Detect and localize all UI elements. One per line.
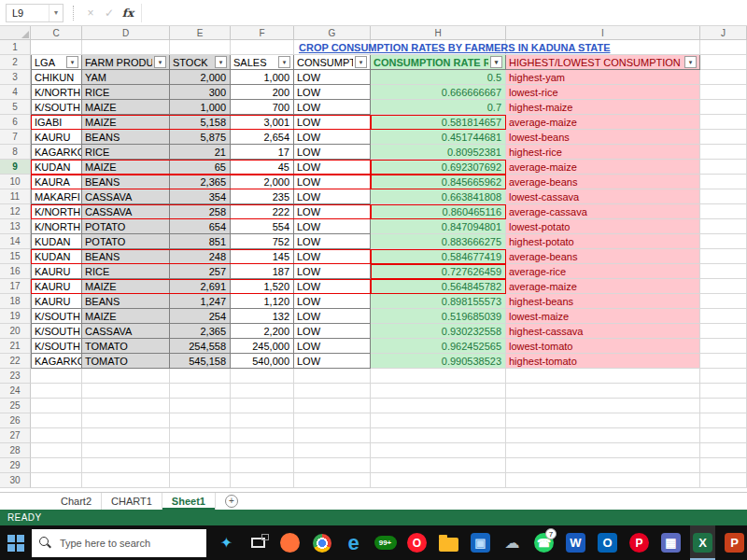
cell-g8[interactable]: LOW <box>294 145 371 160</box>
cell-i22[interactable]: highest-tomato <box>506 354 700 369</box>
cell-h27[interactable] <box>371 428 506 443</box>
cell-d17[interactable]: MAIZE <box>82 279 170 294</box>
cell-i24[interactable] <box>506 384 700 399</box>
cell-i25[interactable] <box>506 399 700 413</box>
cell-j21[interactable] <box>700 339 747 354</box>
header-cell-h2[interactable]: CONSUMPTION RATE RATIO▾ <box>371 55 506 70</box>
cell-e26[interactable] <box>170 413 231 428</box>
cell-h10[interactable]: 0.845665962 <box>371 175 506 189</box>
cell-h21[interactable]: 0.962452565 <box>371 339 506 354</box>
cell-f24[interactable] <box>231 384 294 399</box>
cell-g10[interactable]: LOW <box>294 175 371 189</box>
cell-c14[interactable]: KUDAN <box>31 234 82 249</box>
cell-e28[interactable] <box>170 443 231 458</box>
cell-h15[interactable]: 0.584677419 <box>371 249 506 264</box>
badge-99-icon[interactable]: 99+ <box>373 525 398 560</box>
cell-i29[interactable] <box>506 458 700 473</box>
sheet-tab-chart1[interactable]: CHART1 <box>102 493 162 510</box>
new-sheet-button[interactable]: + <box>225 495 238 508</box>
cell-g24[interactable] <box>294 384 371 399</box>
cell-e15[interactable]: 248 <box>170 249 231 264</box>
cell-e29[interactable] <box>170 458 231 473</box>
cell-i3[interactable]: highest-yam <box>506 70 700 85</box>
cell-h19[interactable]: 0.519685039 <box>371 309 506 324</box>
cell-j3[interactable] <box>700 70 747 85</box>
col-header-e[interactable]: E <box>170 26 231 40</box>
cell-e9[interactable]: 65 <box>170 160 231 175</box>
cell-f5[interactable]: 700 <box>231 100 294 115</box>
cell-g14[interactable]: LOW <box>294 234 371 249</box>
filter-dropdown-icon[interactable]: ▾ <box>66 56 78 68</box>
row-header-6[interactable]: 6 <box>0 115 31 130</box>
cancel-icon[interactable]: × <box>81 7 100 20</box>
row-header-18[interactable]: 18 <box>0 294 31 309</box>
cell-g12[interactable]: LOW <box>294 204 371 219</box>
cell-d22[interactable]: TOMATO <box>82 354 170 369</box>
cell-c26[interactable] <box>31 413 82 428</box>
cell-e10[interactable]: 2,365 <box>170 175 231 189</box>
cell-e8[interactable]: 21 <box>170 145 231 160</box>
chrome-icon[interactable] <box>309 525 334 560</box>
cell-e5[interactable]: 1,000 <box>170 100 231 115</box>
cell-c1[interactable] <box>31 40 82 55</box>
cell-g27[interactable] <box>294 428 371 443</box>
row-header-29[interactable]: 29 <box>0 458 31 473</box>
cell-j20[interactable] <box>700 324 747 339</box>
cell-d23[interactable] <box>82 369 170 384</box>
cell-d11[interactable]: CASSAVA <box>82 189 170 204</box>
cell-g17[interactable]: LOW <box>294 279 371 294</box>
col-header-h[interactable]: H <box>371 26 506 40</box>
cell-j25[interactable] <box>700 399 747 413</box>
col-header-d[interactable]: D <box>82 26 170 40</box>
cell-j23[interactable] <box>700 369 747 384</box>
row-header-3[interactable]: 3 <box>0 70 31 85</box>
cell-d28[interactable] <box>82 443 170 458</box>
cell-e12[interactable]: 258 <box>170 204 231 219</box>
cell-f9[interactable]: 45 <box>231 160 294 175</box>
cell-h20[interactable]: 0.930232558 <box>371 324 506 339</box>
cell-g30[interactable] <box>294 473 371 488</box>
cell-d10[interactable]: BEANS <box>82 175 170 189</box>
cell-c24[interactable] <box>31 384 82 399</box>
cell-h6[interactable]: 0.581814657 <box>371 115 506 130</box>
cell-h28[interactable] <box>371 443 506 458</box>
cell-j8[interactable] <box>700 145 747 160</box>
row-header-4[interactable]: 4 <box>0 85 31 100</box>
outlook-icon[interactable]: O <box>595 525 620 560</box>
cell-f8[interactable]: 17 <box>231 145 294 160</box>
cell-d14[interactable]: POTATO <box>82 234 170 249</box>
cell-e6[interactable]: 5,158 <box>170 115 231 130</box>
cell-h13[interactable]: 0.847094801 <box>371 219 506 234</box>
cell-c7[interactable]: KAURU <box>31 130 82 145</box>
cell-d26[interactable] <box>82 413 170 428</box>
row-header-27[interactable]: 27 <box>0 428 31 443</box>
cell-h9[interactable]: 0.692307692 <box>371 160 506 175</box>
cell-e4[interactable]: 300 <box>170 85 231 100</box>
cell-h3[interactable]: 0.5 <box>371 70 506 85</box>
header-cell-d2[interactable]: FARM PRODUCE▾ <box>82 55 170 70</box>
cell-f26[interactable] <box>231 413 294 428</box>
word-icon[interactable]: W <box>563 525 588 560</box>
cell-c27[interactable] <box>31 428 82 443</box>
cell-d7[interactable]: BEANS <box>82 130 170 145</box>
search-input[interactable] <box>58 537 199 550</box>
cell-j2[interactable] <box>700 55 747 70</box>
cell-e24[interactable] <box>170 384 231 399</box>
cell-d15[interactable]: BEANS <box>82 249 170 264</box>
row-header-25[interactable]: 25 <box>0 399 31 413</box>
cell-g20[interactable]: LOW <box>294 324 371 339</box>
cell-d1[interactable] <box>82 40 170 55</box>
cell-e20[interactable]: 2,365 <box>170 324 231 339</box>
photos-icon[interactable]: ▣ <box>468 525 493 560</box>
cell-h22[interactable]: 0.990538523 <box>371 354 506 369</box>
cell-j9[interactable] <box>700 160 747 175</box>
header-cell-c2[interactable]: LGA▾ <box>31 55 82 70</box>
cell-d4[interactable]: RICE <box>82 85 170 100</box>
cell-f23[interactable] <box>231 369 294 384</box>
row-header-17[interactable]: 17 <box>0 279 31 294</box>
cell-d20[interactable]: CASSAVA <box>82 324 170 339</box>
cell-i11[interactable]: lowest-cassava <box>506 189 700 204</box>
cell-e25[interactable] <box>170 399 231 413</box>
powerpoint-icon[interactable]: P <box>722 525 747 560</box>
cell-c3[interactable]: CHIKUN <box>31 70 82 85</box>
